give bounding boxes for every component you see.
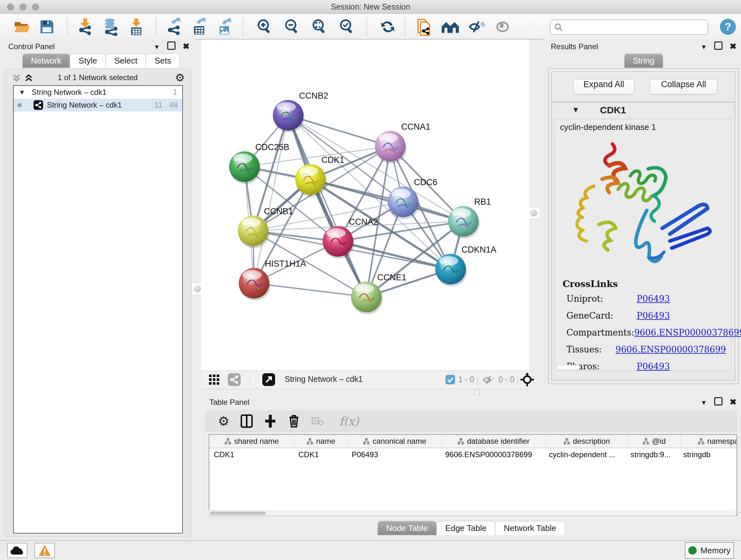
tab-string[interactable]: String: [624, 54, 663, 68]
table-scrollbar-thumb[interactable]: [210, 511, 266, 515]
application-window: Session: New Session: [0, 0, 741, 560]
panel-close-icon[interactable]: ✖: [183, 42, 190, 51]
birds-eye-view-icon[interactable]: [520, 373, 534, 387]
crosslink-link[interactable]: P06493: [636, 361, 670, 371]
cell-@id[interactable]: stringdb:9...: [626, 448, 679, 461]
edge-CCNB2-HIST1H1A[interactable]: [254, 115, 288, 283]
hide-panel-button[interactable]: [467, 17, 486, 36]
show-columns-button[interactable]: [239, 414, 254, 429]
export-table-button[interactable]: [190, 17, 209, 36]
vertical-splitter-right[interactable]: [528, 207, 540, 219]
panel-close-icon[interactable]: ✖: [730, 42, 737, 51]
column-type-icon: [697, 438, 704, 445]
network-share-badge-icon[interactable]: [228, 373, 241, 386]
function-builder-button[interactable]: f(x): [335, 414, 363, 429]
tab-network[interactable]: Network: [22, 54, 70, 68]
panel-float-icon[interactable]: [714, 42, 723, 50]
column-header-@id[interactable]: @id: [628, 435, 681, 448]
create-column-button[interactable]: [263, 414, 278, 429]
edge-HIST1H1A-CCNE1[interactable]: [254, 283, 366, 297]
import-network-file-button[interactable]: [76, 17, 94, 36]
cell-name[interactable]: CDK1: [294, 448, 347, 461]
tab-node-table[interactable]: Node Table: [378, 521, 436, 535]
node-table[interactable]: shared namenamecanonical namedatabase id…: [209, 434, 737, 516]
network-row-selected[interactable]: String Network – cdk1 11 48: [14, 99, 182, 111]
selected-checkbox-icon[interactable]: [446, 375, 455, 384]
panel-collapse-icon[interactable]: ▼: [154, 44, 160, 51]
export-network-button[interactable]: [165, 17, 183, 36]
panel-close-icon[interactable]: ✖: [730, 397, 737, 407]
zoom-in-button[interactable]: [255, 17, 274, 36]
node-RB1[interactable]: RB1: [448, 197, 491, 239]
cloud-button[interactable]: [7, 543, 27, 558]
section-collapse-icon[interactable]: ▼: [572, 105, 580, 114]
tab-network-table[interactable]: Network Table: [495, 521, 565, 535]
node-CCNA1[interactable]: CCNA1: [375, 122, 430, 164]
delete-table-button[interactable]: [310, 414, 325, 429]
toolbar-search[interactable]: [550, 19, 708, 35]
hidden-eye-icon[interactable]: [482, 374, 495, 385]
panel-collapse-icon[interactable]: ▼: [701, 44, 707, 51]
tab-edge-table[interactable]: Edge Table: [436, 521, 495, 535]
cell-database-identifier[interactable]: 9606.ENSP00000378699: [441, 448, 544, 461]
node-section-header[interactable]: ▼ CDK1: [552, 103, 735, 118]
open-in-new-icon[interactable]: [262, 373, 275, 386]
show-panel-button[interactable]: [493, 17, 512, 36]
table-horizontal-scrollbar[interactable]: [209, 510, 736, 516]
zoom-out-button[interactable]: [283, 17, 301, 36]
network-canvas[interactable]: CCNB2CCNA1CDC25BCDK1CDC6RB1CCNB1CCNA2CDK…: [201, 40, 529, 370]
gear-icon[interactable]: ⚙: [175, 71, 185, 84]
collapse-all-button[interactable]: Collapse All: [650, 79, 718, 95]
panel-float-icon[interactable]: [167, 42, 176, 50]
crosslink-link[interactable]: P06493: [636, 311, 670, 320]
panel-float-icon[interactable]: [714, 397, 723, 406]
node-CDKN1A[interactable]: CDKN1A: [435, 245, 496, 287]
results-scrollbar-thumb[interactable]: [557, 365, 580, 369]
panel-collapse-icon[interactable]: ▼: [701, 399, 707, 407]
cell-namespace[interactable]: stringdb: [679, 448, 737, 461]
warnings-button[interactable]: [35, 543, 55, 558]
delete-column-button[interactable]: [286, 414, 301, 429]
tab-sets[interactable]: Sets: [146, 54, 180, 68]
zoom-fit-button[interactable]: [310, 17, 329, 36]
cell-shared-name[interactable]: CDK1: [209, 448, 294, 461]
grid-view-icon[interactable]: [209, 374, 219, 385]
expand-all-button[interactable]: Expand All: [573, 79, 634, 95]
apply-layout-button[interactable]: [379, 17, 397, 36]
node-HIST1H1A[interactable]: HIST1H1A: [239, 259, 306, 300]
tree-expander-icon[interactable]: ▼: [19, 86, 25, 99]
node-CDK1[interactable]: CDK1: [295, 155, 344, 197]
column-header-database-identifier[interactable]: database identifier: [442, 435, 546, 448]
column-header-shared-name[interactable]: shared name: [209, 435, 294, 448]
node-label-CDKN1A: CDKN1A: [461, 245, 496, 254]
memory-button[interactable]: Memory: [685, 542, 734, 559]
export-image-button[interactable]: [216, 17, 234, 36]
column-header-canonical-name[interactable]: canonical name: [348, 435, 442, 448]
tab-select[interactable]: Select: [106, 54, 146, 68]
crosslink-link[interactable]: 9606.ENSP00000378699: [634, 327, 741, 337]
control-panel-window-controls: ▼ ✖: [148, 42, 190, 51]
database-network-icon: [102, 18, 119, 36]
crosslink-link[interactable]: 9606.ENSP00000378699: [616, 345, 726, 354]
import-network-database-button[interactable]: [102, 17, 120, 36]
tab-style[interactable]: Style: [70, 54, 106, 68]
node-CCNB2[interactable]: CCNB2: [273, 91, 328, 132]
help-button[interactable]: ?: [719, 17, 737, 36]
node-CCNE1[interactable]: CCNE1: [351, 273, 407, 314]
import-table-button[interactable]: [127, 17, 145, 36]
table-settings-button[interactable]: ⚙: [216, 414, 231, 429]
string-home-button[interactable]: [441, 17, 460, 36]
cell-canonical-name[interactable]: P06493: [347, 448, 441, 461]
save-session-button[interactable]: [38, 17, 56, 36]
open-session-button[interactable]: [13, 17, 31, 36]
network-collection-row[interactable]: ▼ String Network – cdk1 1: [14, 86, 182, 99]
node-table-row[interactable]: CDK1CDK1P064939606.ENSP00000378699cyclin…: [209, 448, 737, 461]
string-import-button[interactable]: [415, 17, 433, 36]
search-input[interactable]: [565, 21, 704, 33]
column-header-description[interactable]: description: [546, 435, 628, 448]
cell-description[interactable]: cyclin-dependent ...: [544, 448, 626, 461]
column-header-name[interactable]: name: [294, 435, 348, 448]
zoom-selected-button[interactable]: [338, 17, 356, 36]
crosslink-link[interactable]: P06493: [636, 294, 670, 304]
column-header-namespace[interactable]: namespace: [681, 435, 737, 448]
